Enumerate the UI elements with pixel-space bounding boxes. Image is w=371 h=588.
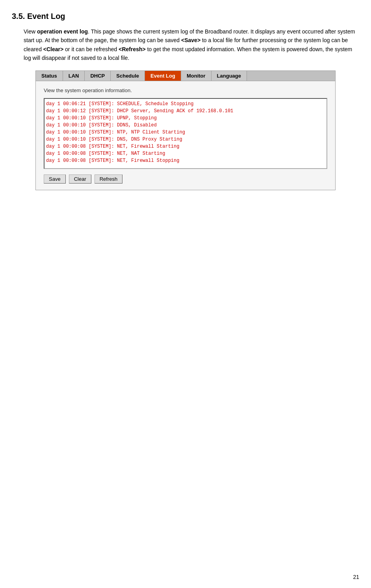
intro-text-4: or it can be refreshed — [63, 46, 119, 52]
nav-tab-schedule[interactable]: Schedule — [111, 71, 145, 81]
router-panel: StatusLANDHCPScheduleEvent LogMonitorLan… — [35, 70, 336, 190]
intro-bold-2: <Save> — [181, 37, 200, 43]
page-number: 21 — [353, 574, 359, 580]
log-line: day 1 00:00:10 [SYSTEM]: NTP, NTP Client… — [46, 129, 325, 136]
log-line: day 1 00:00:08 [SYSTEM]: NET, Firewall S… — [46, 157, 325, 164]
nav-tab-monitor[interactable]: Monitor — [181, 71, 211, 81]
log-line: day 1 00:00:08 [SYSTEM]: NET, Firewall S… — [46, 143, 325, 150]
nav-tabs: StatusLANDHCPScheduleEvent LogMonitorLan… — [36, 71, 335, 81]
panel-description: View the system operation information. — [44, 87, 327, 93]
log-line: day 1 00:00:10 [SYSTEM]: UPNP, Stopping — [46, 115, 325, 122]
save-button[interactable]: Save — [44, 174, 66, 184]
clear-button[interactable]: Clear — [69, 174, 91, 184]
nav-tab-lan[interactable]: LAN — [63, 71, 85, 81]
log-line: day 1 00:06:21 [SYSTEM]: SCHEDULE, Sched… — [46, 100, 325, 108]
intro-bold-3: <Clear> — [43, 46, 63, 52]
intro-bold-1: operation event log — [37, 28, 88, 35]
page-heading: 3.5. Event Log — [12, 12, 359, 21]
intro-text-1: View — [24, 28, 37, 35]
log-line: day 1 00:00:08 [SYSTEM]: NET, NAT Starti… — [46, 150, 325, 157]
intro-paragraph: View operation event log. This page show… — [24, 27, 359, 63]
log-container[interactable]: day 1 00:06:21 [SYSTEM]: SCHEDULE, Sched… — [44, 98, 327, 169]
log-line: day 1 00:00:10 [SYSTEM]: DDNS, Disabled — [46, 122, 325, 129]
nav-tab-status[interactable]: Status — [36, 71, 63, 81]
nav-tab-event-log[interactable]: Event Log — [145, 71, 181, 81]
nav-tab-dhcp[interactable]: DHCP — [85, 71, 111, 81]
button-row: Save Clear Refresh — [44, 174, 327, 184]
log-line: day 1 00:00:10 [SYSTEM]: DNS, DNS Proxy … — [46, 136, 325, 143]
nav-tab-language[interactable]: Language — [211, 71, 247, 81]
intro-bold-4: <Refresh> — [119, 46, 145, 52]
refresh-button[interactable]: Refresh — [95, 174, 123, 184]
panel-body: View the system operation information. d… — [36, 81, 335, 190]
log-line: day 1 00:00:12 [SYSTEM]: DHCP Server, Se… — [46, 108, 325, 115]
